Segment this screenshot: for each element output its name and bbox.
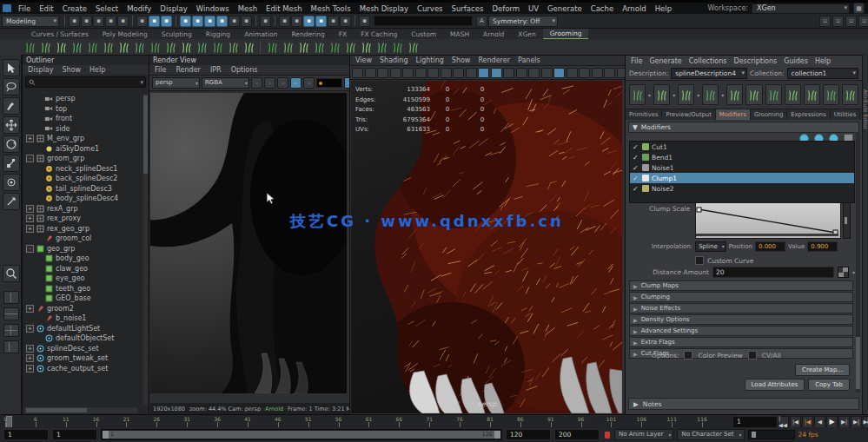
outliner-search-input[interactable] (25, 76, 146, 88)
groom-preview-icon[interactable] (265, 40, 279, 54)
construction-history-icon[interactable]: ▪ (260, 16, 271, 27)
groom-plant-icon[interactable] (101, 40, 115, 54)
select-object-icon[interactable]: ▪ (149, 16, 160, 27)
two-pane-layout-button[interactable] (3, 307, 19, 320)
snap-point-icon[interactable]: ▪ (204, 16, 215, 27)
shelf-tab-rigging[interactable]: Rigging (199, 30, 237, 39)
menu-modify[interactable]: Modify (123, 4, 156, 13)
map-menu-arrow-icon[interactable]: ▾ (852, 269, 855, 275)
lock-selection-icon[interactable]: ▪ (241, 16, 252, 27)
outliner-item-teeth_geo[interactable]: teeth_geo (23, 284, 142, 294)
animation-start-field[interactable]: 1 (3, 429, 49, 440)
outliner-item-defaultLightSet[interactable]: +defaultLightSet (23, 324, 142, 334)
groom-grab-icon[interactable] (842, 84, 858, 105)
move-tool-icon[interactable] (3, 116, 20, 134)
custom-curve-checkbox[interactable] (695, 256, 704, 265)
snap-grid-icon[interactable]: ▪ (180, 16, 191, 27)
groom-grass-9-icon[interactable] (406, 40, 420, 54)
file-open-icon[interactable]: ▪ (81, 16, 92, 27)
expander-icon[interactable]: + (26, 225, 34, 233)
file-new-icon[interactable]: ▪ (69, 16, 80, 27)
viewport-toolbar-icon-8[interactable] (441, 68, 452, 78)
groom-grass-5-icon[interactable] (296, 40, 310, 54)
shelf-tab-curves-surfaces[interactable]: Curves / Surfaces (24, 30, 96, 39)
viewport-canvas[interactable]: Verts:13336400Edges:415059900Faces:46356… (351, 81, 622, 413)
expander-icon[interactable]: + (26, 135, 34, 142)
menu-windows[interactable]: Windows (192, 4, 234, 13)
outliner-menu-help[interactable]: Help (89, 66, 105, 74)
ipr-icon[interactable]: ◦ (290, 77, 301, 89)
menu-deform[interactable]: Deform (487, 4, 524, 13)
character-set-dropdown[interactable]: No Character Set (677, 429, 744, 440)
xgen-tab-expressions[interactable]: Expressions (787, 109, 830, 120)
outliner-menu-show[interactable]: Show (63, 66, 82, 74)
groom-length-icon-menu-arrow[interactable]: ▾ (697, 92, 699, 98)
viewport-menu-show[interactable]: Show (452, 56, 471, 64)
menu-mesh[interactable]: Mesh (234, 4, 262, 13)
outliner-item-groom_grp[interactable]: -groom_grp (23, 154, 142, 164)
launch-arnold-icon[interactable]: ▪ (328, 16, 339, 27)
groom-grass-2-icon[interactable] (148, 40, 162, 54)
quick-select-field[interactable] (374, 16, 473, 26)
viewport-toolbar-icon-22[interactable] (617, 68, 626, 78)
outliner-item-splineDesc_set[interactable]: +splineDesc_set (23, 344, 142, 354)
section-clumping[interactable]: ▶Clumping (629, 292, 853, 302)
modifier-enabled-checkbox[interactable]: ✓ (633, 143, 639, 151)
notes-section-header[interactable]: ▶ Notes (628, 398, 859, 410)
viewport-toolbar-icon-12[interactable] (491, 68, 502, 78)
load-attributes-button[interactable]: Load Attributes (745, 379, 805, 391)
xgen-menu-guides[interactable]: Guides (784, 57, 808, 65)
xgen-menu-collections[interactable]: Collections (689, 57, 727, 65)
outliner-item-rex_geo_grp[interactable]: +rex_geo_grp (23, 224, 142, 234)
menu-mesh-tools[interactable]: Mesh Tools (307, 4, 355, 13)
copy-tab-button[interactable]: Copy Tab (808, 379, 850, 391)
outliner-item-rex_proxy[interactable]: +rex_proxy (23, 214, 142, 224)
description-dropdown[interactable]: splineDescription4 (671, 68, 747, 79)
section-extra-flags[interactable]: ▶Extra Flags (629, 337, 853, 347)
anim-layer-dropdown[interactable]: No Anim Layer (614, 429, 673, 440)
viewport-toolbar-icon-10[interactable] (466, 68, 477, 78)
groom-comb-tool-icon[interactable] (653, 84, 670, 105)
expander-icon[interactable]: - (26, 155, 34, 162)
viewport-toolbar-icon-19[interactable] (579, 68, 590, 78)
keep-image-icon[interactable]: ◦ (303, 77, 315, 89)
playback-end-field[interactable]: 120 (506, 429, 551, 440)
expander-icon[interactable]: + (26, 214, 34, 222)
distance-amount-field[interactable]: 20 (712, 267, 834, 278)
modifier-enabled-checkbox[interactable]: ✓ (633, 185, 639, 193)
outliner-item-neck_splineDesc1[interactable]: neck_splineDesc1 (23, 164, 142, 175)
menu-help[interactable]: Help (651, 4, 676, 13)
ramp-zoom-slider[interactable] (843, 202, 851, 239)
groom-grass-1-icon[interactable] (70, 40, 83, 54)
zoom-tool-icon[interactable] (3, 265, 20, 282)
modifier-enabled-checkbox[interactable]: ✓ (633, 154, 639, 162)
groom-knife-icon[interactable] (226, 40, 240, 54)
ramp-widget[interactable] (695, 202, 841, 239)
value-field[interactable]: 0.900 (807, 241, 838, 252)
panel-layout-icon[interactable]: ▪ (359, 16, 370, 27)
range-start-handle[interactable] (103, 431, 109, 439)
outliner-item-eye_geo[interactable]: eye_geo (23, 274, 142, 284)
play-backwards-button[interactable]: ◀ (814, 416, 825, 428)
groom-part-tool-icon[interactable] (785, 84, 801, 105)
shelf-tab-fx[interactable]: FX (332, 30, 354, 39)
viewport-toolbar-icon-1[interactable] (352, 68, 363, 78)
shelf-tab-sculpting[interactable]: Sculpting (155, 30, 199, 39)
viewport-toolbar-icon-14[interactable] (516, 68, 527, 78)
select-hierarchy-icon[interactable]: ▪ (136, 16, 148, 27)
viewport-toolbar-icon-13[interactable] (503, 68, 514, 78)
groom-grass-3-icon[interactable] (195, 40, 209, 54)
modifier-item-Clump1[interactable]: ✓Clump1 (630, 173, 854, 183)
playback-speed-slider[interactable] (748, 430, 795, 439)
menu-generate[interactable]: Generate (543, 4, 586, 13)
groom-grass-7-icon[interactable] (343, 40, 357, 54)
workspace-dropdown[interactable]: XGen (752, 3, 850, 14)
outliner-menu-display[interactable]: Display (28, 66, 54, 74)
groom-width-icon[interactable] (726, 84, 743, 105)
xgen-menu-file[interactable]: File (631, 57, 642, 65)
shelf-tab-arnold[interactable]: Arnold (476, 30, 511, 39)
groom-rake-icon[interactable] (210, 40, 224, 54)
viewport-toolbar-icon-15[interactable] (528, 68, 540, 78)
current-frame-field[interactable]: 1 (732, 416, 778, 428)
outliner-item-M_env_grp[interactable]: +M_env_grp (23, 134, 142, 144)
